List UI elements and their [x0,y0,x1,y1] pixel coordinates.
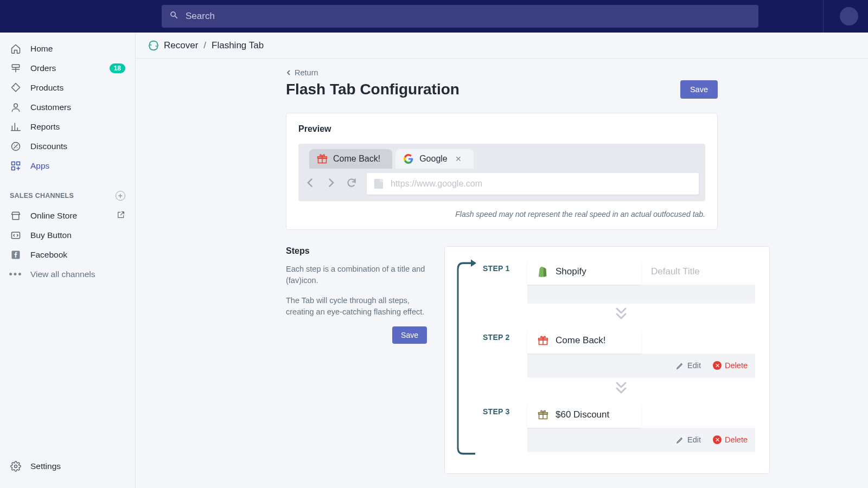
facebook-icon [10,249,22,261]
sales-channels-heading: SALES CHANNELS + [0,191,135,201]
browser-preview: Come Back! Google ✕ [298,144,705,201]
sidebar-item-label: Customers [30,102,71,112]
store-icon [10,210,22,222]
code-icon [10,229,22,241]
sidebar-item-apps[interactable]: Apps [0,156,135,176]
chevron-down-icon [487,306,755,324]
svg-point-7 [15,465,17,468]
sidebar-item-home[interactable]: Home [0,39,135,59]
forward-icon [326,177,336,190]
main-content: Recover / Flashing Tab Return Flash Tab … [136,33,868,488]
step-tab: Shopify [527,259,641,285]
gift-icon [537,335,549,346]
steps-heading: Steps [286,246,427,256]
return-link[interactable]: Return [286,68,718,77]
preview-tab-active: Come Back! [309,149,392,169]
step-body [527,285,755,303]
search-box[interactable] [162,5,758,28]
step-tab: Come Back! [527,328,641,354]
search-icon [169,10,179,22]
edit-button[interactable]: Edit [676,361,701,370]
sidebar-item-facebook[interactable]: Facebook [0,245,135,265]
sidebar-item-orders[interactable]: Orders 18 [0,59,135,78]
url-bar: https://www.google.com [367,173,699,195]
user-icon [10,101,22,113]
more-icon: ••• [10,268,22,280]
steps-desc-2: The Tab will cycle through all steps, cr… [286,295,427,318]
delete-button[interactable]: ✕ Delete [713,435,748,444]
loop-arrow-icon [457,262,476,455]
sidebar-item-reports[interactable]: Reports [0,117,135,137]
sidebar-item-view-all[interactable]: ••• View all channels [0,265,135,284]
external-link-icon[interactable] [117,210,125,221]
sidebar-item-label: Settings [30,461,61,471]
sidebar-item-label: Facebook [30,250,67,260]
step-label: STEP 3 [483,407,510,416]
sidebar-item-label: Buy Button [30,230,72,240]
step-label: STEP 2 [483,333,510,342]
sidebar-item-products[interactable]: Products [0,78,135,98]
svg-rect-3 [17,162,20,165]
file-icon [374,179,383,189]
save-button[interactable]: Save [680,80,718,99]
recover-brand-icon [148,40,159,52]
home-icon [10,43,22,55]
google-icon [403,153,414,164]
sidebar-item-label: Home [30,44,53,54]
step-body: Edit ✕ Delete [527,428,755,452]
sidebar-item-settings[interactable]: Settings [0,455,135,477]
add-channel-button[interactable]: + [116,191,125,201]
chart-icon [10,121,22,133]
sidebar-item-label: Apps [30,161,49,171]
sidebar-item-customers[interactable]: Customers [0,98,135,117]
page-title: Flash Tab Configuration [286,81,459,98]
svg-rect-2 [12,162,15,165]
step-tab-placeholder: Default Title [641,259,755,285]
step-body: Edit ✕ Delete [527,354,755,377]
gear-icon [10,460,22,472]
breadcrumb-root[interactable]: Recover [164,40,198,51]
tag-icon [10,82,22,94]
sidebar-item-label: Products [30,83,63,93]
gift-icon [537,409,549,421]
preview-tab-inactive: Google ✕ [395,149,474,169]
plus-icon: ＋ [449,484,461,488]
sidebar-item-label: View all channels [30,269,95,279]
apps-icon [10,160,22,172]
steps-panel: STEP 1 Shopify Default Tit [444,246,770,474]
save-button-secondary[interactable]: Save [392,326,427,344]
sidebar-item-online-store[interactable]: Online Store [0,206,135,226]
orders-icon [10,62,22,74]
steps-desc-1: Each step is a combination of a title an… [286,264,427,286]
sidebar-item-label: Orders [30,63,56,73]
step-tab: $60 Discount [527,402,641,428]
shopify-icon [537,266,549,278]
breadcrumb: Recover / Flashing Tab [136,33,868,59]
sidebar-item-discounts[interactable]: Discounts [0,137,135,156]
delete-button[interactable]: ✕ Delete [713,361,748,370]
svg-rect-5 [12,232,20,239]
gift-icon [317,153,328,164]
avatar[interactable] [840,7,858,25]
breadcrumb-current: Flashing Tab [212,40,264,51]
sidebar: Home Orders 18 Products Customers Report… [0,33,136,488]
preview-note: Flash speed may not represent the real s… [298,210,705,219]
reload-icon [346,177,357,190]
svg-rect-4 [12,167,15,170]
back-icon [305,177,316,190]
sidebar-item-label: Discounts [30,142,67,151]
step-label: STEP 1 [483,264,510,273]
close-icon: ✕ [455,155,462,163]
chevron-down-icon [487,381,755,399]
search-input[interactable] [186,11,751,22]
edit-button[interactable]: Edit [676,435,701,444]
sidebar-item-label: Online Store [30,211,77,221]
sidebar-item-buy-button[interactable]: Buy Button [0,226,135,245]
add-step-button[interactable]: ＋ ADD A STEP [449,484,718,488]
svg-point-0 [14,104,18,107]
sidebar-item-label: Reports [30,122,60,132]
discount-icon [10,140,22,152]
orders-badge: 18 [110,63,125,73]
preview-heading: Preview [298,124,705,134]
